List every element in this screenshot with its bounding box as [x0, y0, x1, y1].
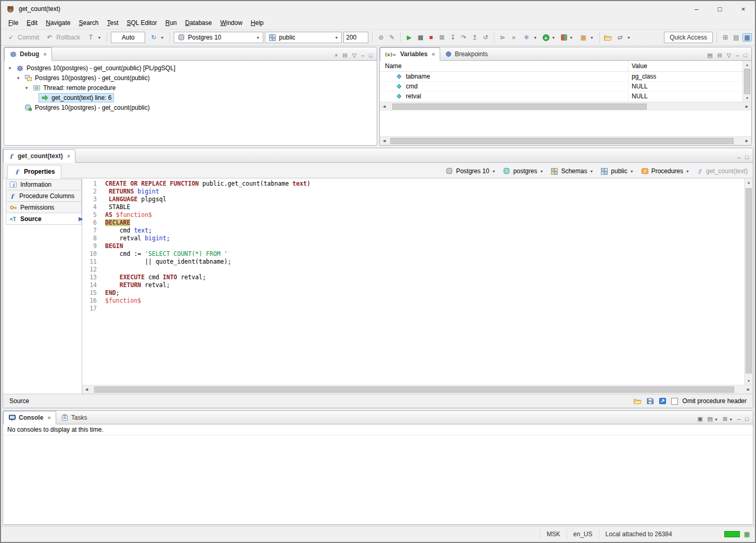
breadcrumb-item-public[interactable]: public▼: [600, 167, 633, 175]
close-icon[interactable]: ×: [432, 51, 435, 57]
transaction-mode-button[interactable]: T▼: [84, 33, 103, 42]
variable-row-2[interactable]: retvalNULL: [380, 92, 742, 101]
variables-vscrollbar[interactable]: ▲ ▼: [742, 61, 751, 102]
clear-console-icon[interactable]: ▣: [697, 416, 702, 422]
line-number[interactable]: 17: [82, 305, 97, 313]
menu-file[interactable]: File: [4, 17, 22, 29]
execute-script-button[interactable]: »: [509, 34, 518, 41]
variables-hscrollbar[interactable]: ◀ ▶: [380, 102, 751, 111]
database-select[interactable]: Postgres 10 ▼: [174, 32, 263, 43]
code-line[interactable]: STABLE: [105, 203, 744, 211]
line-number[interactable]: 9: [82, 242, 97, 250]
column-header-name[interactable]: Name: [380, 61, 629, 71]
debug-tree-node-0[interactable]: ▾Postgres 10(postgres) - get_count(publi…: [4, 63, 377, 73]
open-perspective-button[interactable]: ⊞: [721, 34, 730, 41]
variable-row-0[interactable]: tabnamepg_class: [380, 72, 742, 82]
code-line[interactable]: [105, 266, 744, 274]
code-line[interactable]: cmd text;: [105, 227, 744, 235]
maximize-view-icon[interactable]: □: [745, 416, 749, 422]
status-monitor-icon[interactable]: ▦: [744, 531, 750, 538]
breadcrumb-item-postgres-10[interactable]: Postgres 10▼: [445, 167, 495, 175]
close-icon[interactable]: ×: [47, 415, 50, 421]
scroll-thumb[interactable]: [392, 104, 647, 110]
close-icon[interactable]: ×: [67, 153, 70, 159]
fetch-size-input[interactable]: [343, 32, 368, 43]
line-number[interactable]: 12: [82, 266, 97, 274]
disconnect-button[interactable]: ⊠: [437, 34, 446, 41]
maximize-button[interactable]: □: [708, 1, 732, 17]
breadcrumb-item-schemas[interactable]: Schemas▼: [550, 167, 593, 175]
line-number[interactable]: 3: [82, 196, 97, 203]
code-line[interactable]: $function$: [105, 297, 744, 305]
line-number-gutter[interactable]: 1234567891011121314151617: [82, 178, 101, 385]
minimize-view-icon[interactable]: –: [737, 416, 740, 422]
menu-run[interactable]: Run: [161, 17, 181, 29]
editor-hscrollbar[interactable]: ◀ ▶: [82, 385, 753, 394]
code-line[interactable]: AS $function$: [105, 211, 744, 219]
read-only-toggle[interactable]: ✎: [387, 34, 396, 41]
editor-vscrollbar[interactable]: ▲ ▼: [744, 178, 753, 385]
minimize-button[interactable]: –: [685, 1, 708, 17]
schema-select[interactable]: public ▼: [265, 32, 342, 43]
line-number[interactable]: 2: [82, 188, 97, 196]
menu-sql-editor[interactable]: SQL Editor: [123, 17, 161, 29]
column-header-value[interactable]: Value: [629, 61, 742, 71]
scroll-thumb[interactable]: [390, 138, 734, 144]
sidebar-item-source[interactable]: <TSource▶: [6, 213, 82, 225]
quick-access-button[interactable]: Quick Access: [664, 32, 713, 43]
tree-expander-icon[interactable]: ▾: [15, 75, 22, 81]
tab-console[interactable]: Console ×: [3, 411, 56, 424]
scroll-up-icon[interactable]: ▲: [745, 178, 753, 186]
new-object-button[interactable]: ▦▼: [576, 33, 596, 42]
code-line[interactable]: [105, 305, 744, 313]
code-line[interactable]: RETURNS bigint: [105, 188, 744, 196]
code-line[interactable]: LANGUAGE plpgsql: [105, 196, 744, 203]
scroll-right-icon[interactable]: ▶: [744, 386, 753, 394]
save-to-file-button[interactable]: [646, 397, 654, 405]
scroll-left-icon[interactable]: ◀: [380, 103, 389, 111]
tree-expander-icon[interactable]: ▾: [23, 85, 30, 90]
menu-navigate[interactable]: Navigate: [42, 17, 74, 29]
auto-refresh-button[interactable]: ↻▼: [147, 33, 166, 42]
line-number[interactable]: 16: [82, 297, 97, 305]
detail-hscrollbar[interactable]: ◀ ▶: [380, 136, 751, 145]
tab-debug[interactable]: Debug ×: [4, 47, 52, 61]
line-number[interactable]: 7: [82, 227, 97, 235]
menu-test[interactable]: Test: [102, 17, 122, 29]
line-number[interactable]: 14: [82, 281, 97, 289]
tree-expander-icon[interactable]: ▾: [6, 66, 14, 71]
sidebar-item-information[interactable]: iInformation: [6, 179, 82, 190]
tab-properties[interactable]: f Properties: [7, 165, 61, 178]
source-code[interactable]: CREATE OR REPLACE FUNCTION public.get_co…: [101, 178, 744, 385]
scroll-left-icon[interactable]: ◀: [380, 137, 389, 145]
scroll-right-icon[interactable]: ▶: [742, 103, 751, 111]
breadcrumb-item-procedures[interactable]: fProcedures▼: [641, 167, 689, 175]
load-from-file-button[interactable]: [633, 397, 642, 405]
sql-perspective-button[interactable]: ▤: [732, 34, 741, 41]
remove-all-terminated-icon[interactable]: ×: [335, 53, 338, 58]
step-over-button[interactable]: ↷: [459, 34, 468, 41]
line-number[interactable]: 15: [82, 289, 97, 297]
breadcrumb-item-postgres[interactable]: postgres▼: [503, 167, 543, 175]
compare-button[interactable]: ⇄▼: [613, 33, 633, 42]
menu-edit[interactable]: Edit: [22, 17, 42, 29]
sidebar-item-procedure-columns[interactable]: fProcedure Columns: [6, 190, 82, 202]
line-number[interactable]: 10: [82, 250, 97, 258]
tab-breakpoints[interactable]: Breakpoints: [440, 47, 492, 60]
line-number[interactable]: 13: [82, 274, 97, 281]
display-console-icon[interactable]: ▤ ▼: [708, 416, 718, 422]
line-number[interactable]: 4: [82, 203, 97, 211]
open-in-sql-editor-button[interactable]: [659, 397, 667, 405]
code-line[interactable]: RETURN retval;: [105, 281, 744, 289]
minimize-view-icon[interactable]: –: [361, 53, 364, 58]
code-line[interactable]: || quote_ident(tabname);: [105, 258, 744, 266]
run-button[interactable]: ▶▼: [541, 33, 557, 42]
maximize-view-icon[interactable]: □: [369, 53, 373, 58]
debug-tree-node-1[interactable]: ▾Postgres 10(postgres) - get_count(publi…: [4, 73, 377, 83]
commit-mode-select[interactable]: Auto: [111, 32, 145, 43]
line-number[interactable]: 1: [82, 180, 97, 188]
data-transfer-button[interactable]: ▼: [559, 33, 575, 42]
database-perspective-button[interactable]: ▦: [742, 33, 752, 42]
menu-search[interactable]: Search: [74, 17, 102, 29]
sync-connection-button[interactable]: ❄▼: [520, 33, 539, 42]
